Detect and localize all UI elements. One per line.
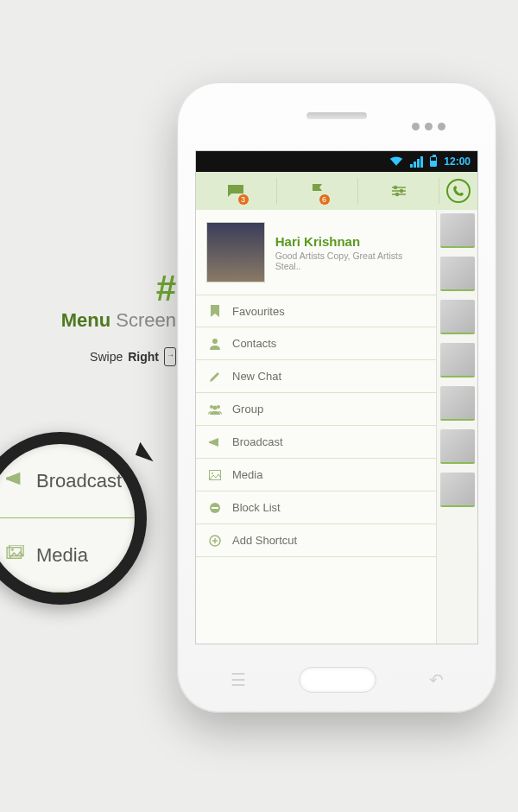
tab-flagged[interactable]: 6 [277, 178, 358, 204]
home-hw-button[interactable] [299, 667, 376, 693]
contact-avatar[interactable] [440, 257, 475, 291]
tab-chats[interactable]: 3 [196, 178, 277, 204]
menu-hw-button[interactable]: ☰ [231, 669, 246, 690]
svg-point-6 [394, 187, 396, 189]
svg-point-7 [400, 190, 402, 193]
showcase-title: Menu Screen [21, 309, 176, 332]
signal-icon [410, 156, 423, 168]
android-statusbar: 12:00 [196, 151, 477, 172]
svg-point-8 [395, 193, 398, 196]
main-area: Hari Krishnan Good Artists Copy, Great A… [196, 210, 477, 644]
sensor-dots [412, 123, 445, 130]
menu-item-media[interactable]: Media [196, 459, 436, 492]
menu-item-broadcast[interactable]: Broadcast [196, 426, 436, 459]
tab-call[interactable] [439, 179, 477, 203]
svg-point-12 [213, 405, 218, 409]
earpiece [306, 112, 367, 119]
menu-item-add-shortcut[interactable]: Add Shortcut [196, 524, 436, 557]
swipe-hint: Swipe Right [21, 347, 176, 366]
wifi-icon [389, 156, 403, 167]
menu-item-favourites[interactable]: Favourites [196, 295, 436, 327]
menu-item-label: Media [232, 468, 262, 481]
magnified-row-media: Media [0, 518, 135, 593]
hardware-buttons: ☰ ↶ [178, 667, 496, 693]
battery-icon [430, 156, 437, 167]
phone-icon [446, 179, 471, 203]
menu-item-label: New Chat [232, 370, 281, 383]
menu-item-block-list[interactable]: Block List [196, 492, 436, 524]
chats-badge: 3 [238, 194, 249, 205]
hash-symbol: # [21, 268, 176, 309]
plus-icon [208, 535, 222, 547]
svg-point-14 [212, 473, 213, 474]
contact-avatar[interactable] [440, 300, 475, 334]
image-icon [5, 545, 26, 565]
menu-item-label: Group [232, 403, 263, 416]
avatar [206, 222, 265, 282]
svg-point-9 [212, 339, 218, 344]
megaphone-icon [5, 471, 26, 491]
contact-avatar[interactable] [440, 429, 475, 464]
magnified-row-broadcast: Broadcast [0, 444, 135, 518]
person-icon [208, 338, 222, 350]
group-icon [208, 404, 222, 415]
menu-panel: Hari Krishnan Good Artists Copy, Great A… [196, 210, 436, 644]
phone-screen: 12:00 3 6 [195, 150, 478, 644]
profile-info: Hari Krishnan Good Artists Copy, Great A… [275, 234, 426, 271]
svg-point-10 [210, 405, 213, 409]
bookmark-icon [208, 305, 222, 317]
contact-avatar[interactable] [440, 343, 475, 377]
svg-rect-16 [212, 507, 218, 509]
magnifier-pointer [136, 442, 158, 462]
menu-item-contacts[interactable]: Contacts [196, 327, 436, 360]
contact-avatar[interactable] [440, 386, 475, 421]
image-icon [208, 470, 222, 480]
tab-settings[interactable] [358, 178, 439, 204]
profile-name: Hari Krishnan [275, 234, 426, 249]
magnifier-lens: Broadcast Media [0, 432, 147, 605]
showcase-description: # Menu Screen Swipe Right [21, 268, 176, 366]
menu-item-label: Contacts [232, 337, 276, 350]
menu-item-label: Favourites [232, 305, 285, 318]
contacts-strip[interactable] [436, 210, 477, 644]
contact-avatar[interactable] [440, 213, 475, 248]
phone-frame: 12:00 3 6 [177, 82, 496, 713]
profile-status: Good Artists Copy, Great Artists Steal.. [275, 251, 426, 271]
svg-point-11 [217, 405, 220, 409]
top-tabbar: 3 6 [196, 172, 477, 210]
svg-point-2 [11, 549, 14, 551]
menu-item-group[interactable]: Group [196, 393, 436, 426]
megaphone-icon [208, 437, 222, 447]
clock: 12:00 [444, 155, 471, 168]
flags-badge: 6 [319, 194, 330, 205]
contact-avatar[interactable] [440, 473, 475, 507]
profile-header[interactable]: Hari Krishnan Good Artists Copy, Great A… [196, 210, 436, 295]
menu-item-label: Broadcast [232, 435, 283, 448]
swipe-phone-icon [164, 347, 176, 366]
back-hw-button[interactable]: ↶ [429, 669, 444, 690]
menu-item-label: Block List [232, 501, 281, 514]
menu-list: Favourites Contacts New Chat Group [196, 295, 436, 557]
menu-item-new-chat[interactable]: New Chat [196, 360, 436, 393]
pencil-icon [208, 371, 222, 383]
block-icon [208, 502, 222, 514]
menu-item-label: Add Shortcut [232, 534, 297, 547]
